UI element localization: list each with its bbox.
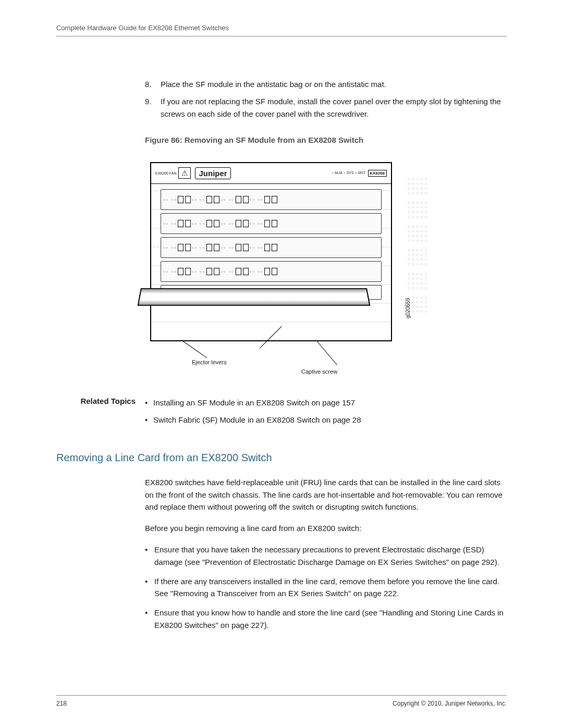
fan-label: EX8200 FAN	[155, 171, 176, 175]
step-number: 8.	[145, 78, 161, 90]
list-item: If there are any transceivers installed …	[145, 575, 507, 600]
related-topic-item: Switch Fabric (SF) Module in an EX8208 S…	[145, 414, 507, 426]
related-topics-label: Related Topics	[56, 397, 145, 431]
related-topics-list: Installing an SF Module in an EX8208 Swi…	[145, 397, 507, 431]
body-paragraph: EX8200 switches have field-replaceable u…	[145, 476, 507, 513]
precaution-list: Ensure that you have taken the necessary…	[145, 544, 507, 631]
step-text: If you are not replacing the SF module, …	[161, 95, 507, 120]
page-number: 218	[56, 700, 67, 707]
figure-id: g020559	[405, 298, 411, 318]
figure-illustration: EX8200 FAN ⚠ Juniper ○ ALM ○ SYS ○ MST E…	[145, 152, 406, 381]
warning-triangle-icon: ⚠	[178, 167, 191, 179]
running-header: Complete Hardware Guide for EX8208 Ether…	[56, 24, 507, 36]
list-item: Ensure that you know how to handle and s…	[145, 607, 507, 631]
section-heading: Removing a Line Card from an EX8200 Swit…	[56, 452, 507, 464]
led-labels: ○ ALM ○ SYS ○ MST	[332, 171, 365, 175]
brand-logo: Juniper	[195, 167, 230, 179]
step-number: 9.	[145, 95, 161, 120]
procedure-steps: 8. Place the SF module in the antistatic…	[145, 78, 507, 120]
list-item: Ensure that you have taken the necessary…	[145, 544, 507, 568]
body-paragraph: Before you begin removing a line card fr…	[145, 522, 507, 534]
related-topic-item: Installing an SF Module in an EX8208 Swi…	[145, 397, 507, 409]
callout-ejector-levers: Ejector levers	[192, 359, 227, 365]
step-text: Place the SF module in the antistatic ba…	[161, 78, 507, 90]
copyright: Copyright © 2010, Juniper Networks, Inc.	[393, 700, 507, 707]
callout-captive-screw: Captive screw	[301, 368, 337, 375]
figure-caption: Figure 86: Removing an SF Module from an…	[145, 135, 507, 144]
model-label: EX8208	[368, 170, 387, 177]
